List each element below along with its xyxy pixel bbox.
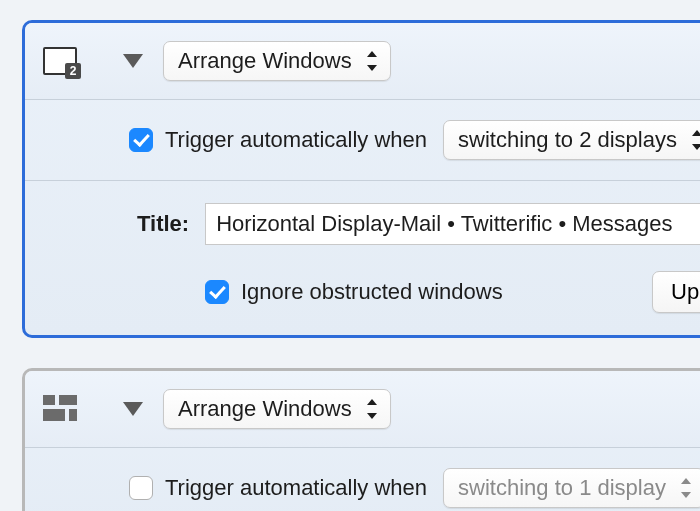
- trigger-automatically-label: Trigger automatically when: [165, 127, 427, 153]
- stepper-icon: [689, 130, 700, 150]
- window-grid-icon: [43, 395, 77, 423]
- card-header: Arrange Windows: [25, 23, 700, 100]
- ignore-obstructed-checkbox[interactable]: [205, 280, 229, 304]
- trigger-condition-label: switching to 2 displays: [458, 127, 677, 153]
- title-field-label: Title:: [137, 211, 189, 237]
- action-card-2: Arrange Windows Trigger automatically wh…: [22, 368, 700, 511]
- trigger-row: Trigger automatically when switching to …: [25, 448, 700, 511]
- trigger-row: Trigger automatically when switching to …: [25, 100, 700, 181]
- trigger-automatically-label: Trigger automatically when: [165, 475, 427, 501]
- update-button[interactable]: Update: [652, 271, 700, 313]
- stepper-icon: [364, 399, 380, 419]
- action-type-popup[interactable]: Arrange Windows: [163, 41, 391, 81]
- options-row: Ignore obstructed windows Update: [25, 253, 700, 335]
- trigger-condition-label: switching to 1 display: [458, 475, 666, 501]
- title-input[interactable]: [205, 203, 700, 245]
- title-row: Title:: [25, 181, 700, 253]
- stepper-icon: [364, 51, 380, 71]
- ignore-obstructed-label: Ignore obstructed windows: [241, 279, 503, 305]
- stepper-icon: [678, 478, 694, 498]
- action-type-popup[interactable]: Arrange Windows: [163, 389, 391, 429]
- action-type-label: Arrange Windows: [178, 396, 352, 422]
- disclosure-triangle[interactable]: [123, 402, 143, 416]
- trigger-automatically-checkbox[interactable]: [129, 476, 153, 500]
- trigger-condition-popup[interactable]: switching to 1 display: [443, 468, 700, 508]
- trigger-automatically-checkbox[interactable]: [129, 128, 153, 152]
- card-header: Arrange Windows: [25, 371, 700, 448]
- disclosure-triangle[interactable]: [123, 54, 143, 68]
- action-card-1: Arrange Windows Trigger automatically wh…: [22, 20, 700, 338]
- action-type-label: Arrange Windows: [178, 48, 352, 74]
- trigger-condition-popup[interactable]: switching to 2 displays: [443, 120, 700, 160]
- two-displays-icon: [43, 47, 77, 75]
